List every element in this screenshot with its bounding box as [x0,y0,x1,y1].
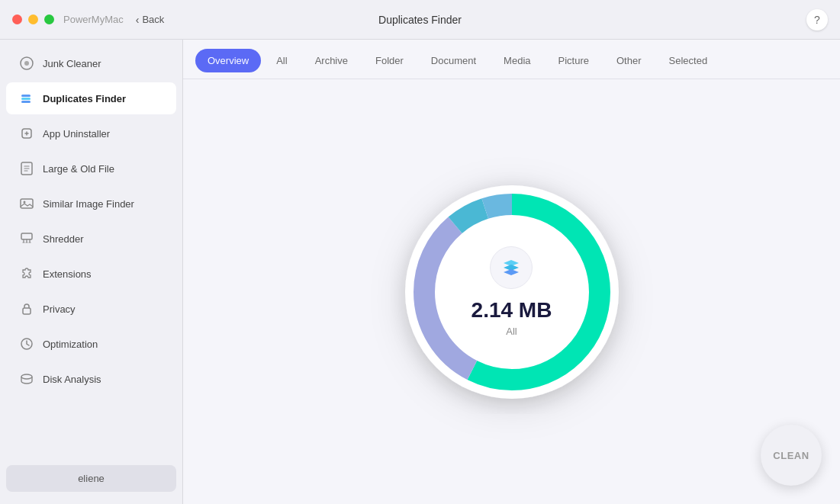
sidebar-item-privacy[interactable]: Privacy [6,293,176,325]
chart-area: 2.14 MB All CLEAN [183,79,840,504]
user-pill[interactable]: eliene [6,465,176,492]
close-button[interactable] [12,14,22,24]
page-title: Duplicates Finder [378,14,462,26]
sidebar-item-junk-cleaner-label: Junk Cleaner [43,58,101,69]
sidebar-item-large-old-file[interactable]: Large & Old File [6,152,176,185]
back-button[interactable]: ‹ Back [136,14,165,26]
svg-rect-8 [21,233,32,239]
tab-overview[interactable]: Overview [195,49,261,72]
help-button[interactable]: ? [806,9,828,30]
optimization-icon [18,335,35,352]
sidebar-item-extensions-label: Extensions [43,268,92,280]
svg-rect-9 [23,308,31,314]
sidebar-item-optimization[interactable]: Optimization [6,328,176,360]
svg-point-7 [24,201,26,204]
large-old-file-icon [18,160,35,177]
sidebar-item-disk-analysis-label: Disk Analysis [43,374,101,385]
donut-icon [490,246,533,289]
sidebar-item-shredder-label: Shredder [43,233,83,245]
tab-all[interactable]: All [264,49,299,72]
sidebar: Junk Cleaner Duplicates Finder App Unins… [0,40,183,504]
similar-image-icon [18,195,35,212]
maximize-button[interactable] [44,14,54,24]
tab-media[interactable]: Media [491,49,542,72]
minimize-button[interactable] [28,14,38,24]
sidebar-item-similar-image-label: Similar Image Finder [43,198,134,210]
tab-picture[interactable]: Picture [546,49,601,72]
sidebar-item-extensions[interactable]: Extensions [6,258,176,290]
sidebar-item-disk-analysis[interactable]: Disk Analysis [6,363,176,395]
sidebar-item-shredder[interactable]: Shredder [6,223,176,255]
privacy-icon [18,300,35,317]
app-uninstaller-icon [18,125,35,142]
sidebar-item-junk-cleaner[interactable]: Junk Cleaner [6,47,176,79]
junk-cleaner-icon [18,55,35,72]
back-chevron-icon: ‹ [136,14,140,26]
tab-bar: Overview All Archive Folder Document Med… [183,40,840,79]
sidebar-item-similar-image[interactable]: Similar Image Finder [6,188,176,220]
shredder-icon [18,230,35,247]
svg-rect-1 [21,95,31,97]
sidebar-footer: eliene [0,459,182,498]
tab-archive[interactable]: Archive [303,49,360,72]
back-label: Back [142,14,164,25]
disk-analysis-icon [18,371,35,387]
sidebar-item-large-old-label: Large & Old File [43,163,114,175]
clean-button-container: CLEAN [761,425,822,486]
donut-center: 2.14 MB All [471,246,552,337]
tab-folder[interactable]: Folder [363,49,416,72]
svg-point-11 [21,374,32,379]
sidebar-item-app-uninstaller[interactable]: App Uninstaller [6,117,176,149]
clean-button[interactable]: CLEAN [761,425,822,486]
duplicates-finder-icon [18,90,35,107]
sidebar-item-optimization-label: Optimization [43,339,98,350]
tab-document[interactable]: Document [419,49,488,72]
tab-other[interactable]: Other [604,49,654,72]
svg-rect-6 [21,199,33,208]
chart-label: All [506,326,517,337]
traffic-lights [12,14,54,24]
sidebar-item-duplicates-finder[interactable]: Duplicates Finder [6,82,176,114]
sidebar-item-app-uninstaller-label: App Uninstaller [43,128,110,140]
extensions-icon [18,265,35,282]
svg-rect-2 [21,98,31,100]
app-name: PowerMyMac [63,14,124,25]
content-area: Overview All Archive Folder Document Med… [183,40,840,504]
donut-chart: 2.14 MB All [390,170,634,414]
title-bar: PowerMyMac ‹ Back Duplicates Finder ? [0,0,840,40]
tab-selected[interactable]: Selected [657,49,720,72]
chart-size: 2.14 MB [471,298,552,323]
sidebar-item-privacy-label: Privacy [43,303,76,315]
sidebar-item-duplicates-label: Duplicates Finder [43,93,126,104]
svg-rect-3 [21,101,31,103]
main-layout: Junk Cleaner Duplicates Finder App Unins… [0,40,840,504]
